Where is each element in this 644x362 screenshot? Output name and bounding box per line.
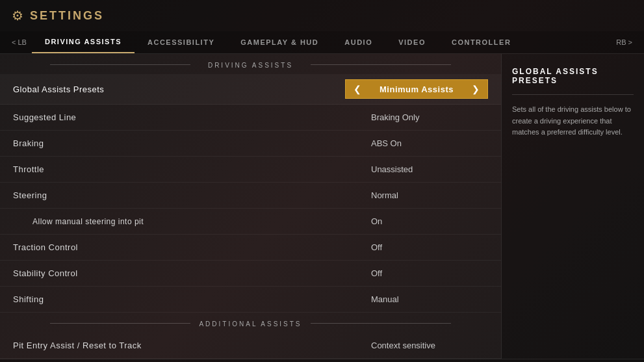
section-additional-assists-title: ADDITIONAL ASSISTS <box>0 313 501 333</box>
setting-row-shifting[interactable]: Shifting Manual <box>0 287 501 313</box>
setting-label-steering: Steering <box>13 190 358 200</box>
header: ⚙ SETTINGS <box>0 0 644 31</box>
setting-value-manual-steering: On <box>358 216 488 226</box>
setting-row-traction-control[interactable]: Traction Control Off <box>0 235 501 261</box>
setting-label-throttle: Throttle <box>13 164 358 174</box>
presets-control[interactable]: ❮ Minimum Assists ❯ <box>345 79 488 99</box>
nav-tabs: < LB DRIVING ASSISTS ACCESSIBILITY GAMEP… <box>0 31 644 54</box>
setting-row-steering[interactable]: Steering Normal <box>0 183 501 209</box>
info-divider <box>512 94 634 95</box>
setting-value-braking: ABS On <box>358 138 488 148</box>
tab-driving-assists[interactable]: DRIVING ASSISTS <box>32 31 135 53</box>
presets-value: Minimum Assists <box>380 84 454 94</box>
tab-controller[interactable]: CONTROLLER <box>439 32 524 53</box>
main-content: DRIVING ASSISTS Global Assists Presets ❮… <box>0 54 644 359</box>
setting-row-braking[interactable]: Braking ABS On <box>0 131 501 157</box>
setting-row-suggested-line[interactable]: Suggested Line Braking Only <box>0 105 501 131</box>
setting-value-traction-control: Off <box>358 242 488 252</box>
info-panel: GLOBAL ASSISTS PRESETS Sets all of the d… <box>501 54 644 359</box>
tab-video[interactable]: VIDEO <box>385 32 439 53</box>
bottom-bar: Y Reset To Default B Close <box>0 359 644 362</box>
setting-row-manual-steering[interactable]: Allow manual steering into pit On <box>0 209 501 235</box>
presets-left-arrow[interactable]: ❮ <box>354 84 361 94</box>
info-panel-title: GLOBAL ASSISTS PRESETS <box>512 67 634 85</box>
setting-value-suggested-line: Braking Only <box>358 112 488 122</box>
setting-value-stability-control: Off <box>358 268 488 278</box>
setting-value-steering: Normal <box>358 190 488 200</box>
setting-label-braking: Braking <box>13 138 358 148</box>
setting-row-throttle[interactable]: Throttle Unassisted <box>0 157 501 183</box>
nav-left-arrow[interactable]: < LB <box>6 32 32 53</box>
setting-label-shifting: Shifting <box>13 294 358 304</box>
setting-row-pit-entry[interactable]: Pit Entry Assist / Reset to Track Contex… <box>0 333 501 359</box>
setting-row-stability-control[interactable]: Stability Control Off <box>0 261 501 287</box>
settings-panel: DRIVING ASSISTS Global Assists Presets ❮… <box>0 54 501 359</box>
settings-screen: ⚙ SETTINGS < LB DRIVING ASSISTS ACCESSIB… <box>0 0 644 362</box>
nav-right-arrow[interactable]: RB > <box>611 32 638 53</box>
presets-row: Global Assists Presets ❮ Minimum Assists… <box>0 74 501 105</box>
presets-label: Global Assists Presets <box>13 84 345 94</box>
setting-label-pit-entry: Pit Entry Assist / Reset to Track <box>13 341 358 350</box>
presets-right-arrow[interactable]: ❯ <box>472 84 480 94</box>
settings-scroll[interactable]: Suggested Line Braking Only Braking ABS … <box>0 105 501 359</box>
info-panel-description: Sets all of the driving assists below to… <box>512 104 634 138</box>
setting-label-manual-steering: Allow manual steering into pit <box>13 217 358 226</box>
setting-label-traction-control: Traction Control <box>13 242 358 252</box>
setting-label-suggested-line: Suggested Line <box>13 112 358 122</box>
setting-label-stability-control: Stability Control <box>13 268 358 278</box>
setting-value-throttle: Unassisted <box>358 164 488 174</box>
setting-value-shifting: Manual <box>358 294 488 304</box>
tab-audio[interactable]: AUDIO <box>331 32 385 53</box>
section-driving-assists-title: DRIVING ASSISTS <box>0 54 501 74</box>
page-title: SETTINGS <box>30 9 104 23</box>
tab-gameplay-hud[interactable]: GAMEPLAY & HUD <box>227 32 331 53</box>
setting-value-pit-entry: Context sensitive <box>358 341 488 350</box>
tab-accessibility[interactable]: ACCESSIBILITY <box>135 32 227 53</box>
gear-icon: ⚙ <box>12 8 23 23</box>
